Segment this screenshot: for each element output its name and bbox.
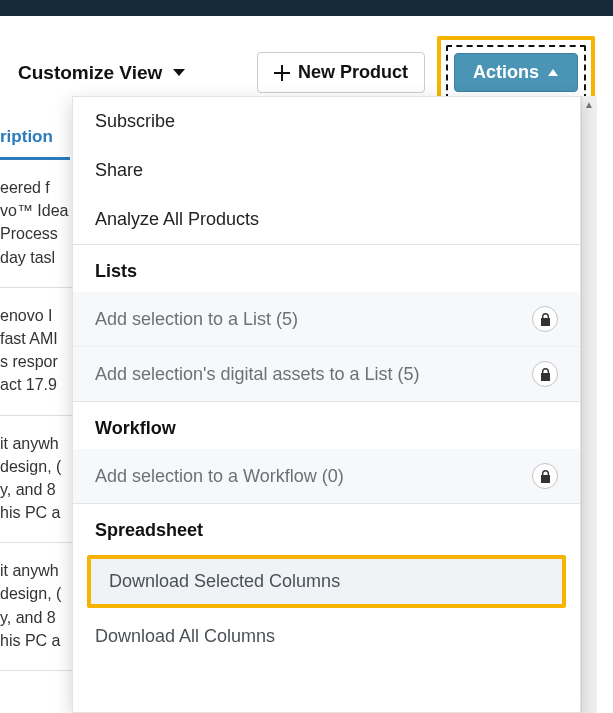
menu-item-add-to-workflow[interactable]: Add selection to a Workflow (0)	[73, 449, 580, 503]
menu-section-workflow: Workflow	[73, 401, 580, 449]
lock-icon	[532, 306, 558, 332]
customize-view-button[interactable]: Customize View	[18, 62, 186, 84]
menu-item-add-assets-to-list[interactable]: Add selection's digital assets to a List…	[73, 346, 580, 401]
menu-item-label: Add selection to a List (5)	[95, 309, 298, 330]
new-product-button[interactable]: New Product	[257, 52, 425, 93]
table-row: enovo I fast AMI s respor act 17.9	[0, 288, 72, 416]
menu-item-label: Download Selected Columns	[109, 571, 340, 591]
table-row: eered f vo™ Idea Process day tasl	[0, 160, 72, 288]
plus-icon	[274, 65, 290, 81]
app-topbar	[0, 0, 613, 16]
menu-item-label: Subscribe	[95, 111, 175, 132]
cell-text: enovo I fast AMI s respor act 17.9	[0, 307, 58, 394]
table-row: it anywh design, ( y, and 8 his PC a	[0, 416, 72, 544]
menu-item-download-all-columns[interactable]: Download All Columns	[73, 612, 580, 661]
new-product-label: New Product	[298, 62, 408, 83]
menu-item-label: Add selection's digital assets to a List…	[95, 364, 420, 385]
cell-text: it anywh design, ( y, and 8 his PC a	[0, 435, 61, 522]
cell-text: eered f vo™ Idea Process day tasl	[0, 179, 68, 266]
actions-label: Actions	[473, 62, 539, 83]
lock-icon	[532, 361, 558, 387]
menu-item-add-to-list[interactable]: Add selection to a List (5)	[73, 292, 580, 346]
menu-item-label: Analyze All Products	[95, 209, 259, 230]
menu-item-subscribe[interactable]: Subscribe	[73, 97, 580, 146]
scrollbar[interactable]: ▲	[581, 96, 597, 713]
menu-item-label: Share	[95, 160, 143, 181]
actions-button[interactable]: Actions	[454, 53, 578, 92]
scroll-up-icon[interactable]: ▲	[581, 96, 597, 112]
menu-item-label: Download All Columns	[95, 626, 275, 646]
lock-icon	[532, 463, 558, 489]
menu-item-download-selected-columns[interactable]: Download Selected Columns	[87, 555, 566, 608]
menu-item-share[interactable]: Share	[73, 146, 580, 195]
column-header-description[interactable]: ription	[0, 127, 70, 160]
cell-text: it anywh design, ( y, and 8 his PC a	[0, 562, 61, 649]
menu-item-analyze-all[interactable]: Analyze All Products	[73, 195, 580, 244]
actions-menu: Subscribe Share Analyze All Products Lis…	[72, 96, 581, 713]
caret-down-icon	[172, 68, 186, 78]
table-rows-partial: eered f vo™ Idea Process day tasl enovo …	[0, 160, 72, 671]
actions-focus-ring: Actions	[446, 45, 586, 100]
menu-item-label: Add selection to a Workflow (0)	[95, 466, 344, 487]
actions-menu-wrap: ▲ Subscribe Share Analyze All Products L…	[72, 96, 597, 713]
menu-section-spreadsheet: Spreadsheet	[73, 503, 580, 551]
customize-view-label: Customize View	[18, 62, 162, 84]
caret-up-icon	[547, 68, 559, 77]
menu-section-lists: Lists	[73, 244, 580, 292]
table-row: it anywh design, ( y, and 8 his PC a	[0, 543, 72, 671]
